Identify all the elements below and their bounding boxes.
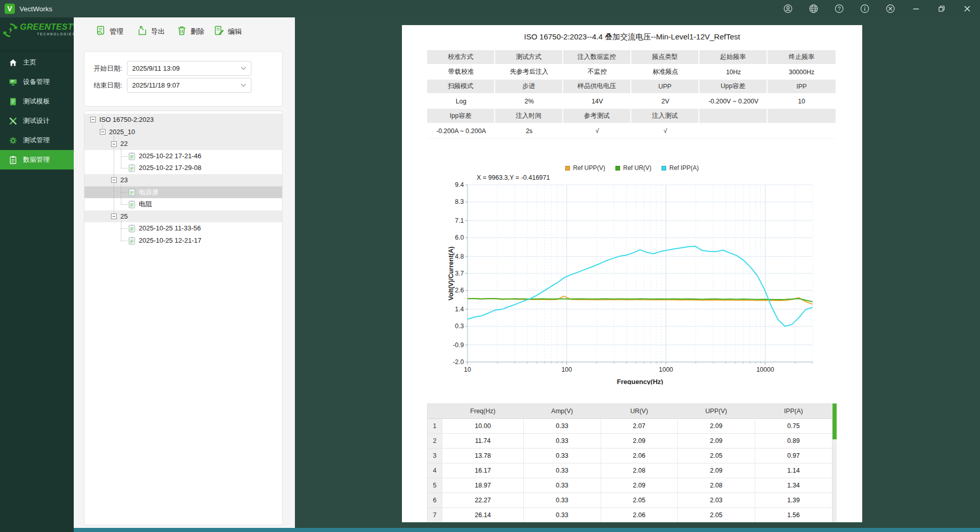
table-cell: 2.09 [678, 463, 755, 478]
network-icon[interactable] [801, 0, 826, 17]
param-cell: 标准频点 [631, 65, 699, 80]
table-scrollbar[interactable] [833, 403, 837, 522]
param-cell: 参考测试 [563, 109, 631, 124]
table-header-cell: UR(V) [601, 404, 678, 419]
sidebar-item-home[interactable]: 主页 [0, 53, 74, 72]
manage-button[interactable]: 管理 [95, 25, 123, 38]
svg-text:3.7: 3.7 [455, 270, 464, 277]
frequency-response-chart[interactable]: 9.48.37.16.04.83.72.61.40.3-0.9-2.010100… [447, 180, 818, 385]
svg-text:10000: 10000 [756, 366, 774, 373]
chevron-down-icon[interactable] [241, 67, 246, 70]
tree-item-label: 2025_10 [109, 126, 135, 138]
param-cell: 10Hz [699, 65, 768, 80]
brand: GREENTEST® TECHNOLOGIES [0, 17, 74, 51]
param-cell: 注入数据监控 [563, 50, 631, 65]
param-cell: 样品供电电压 [563, 80, 631, 95]
svg-text:8.3: 8.3 [455, 198, 464, 205]
table-header-row: Freq(Hz)Amp(V)UR(V)UPP(V)IPP(A) [428, 404, 832, 419]
table-cell: 0.33 [524, 508, 601, 522]
tree-item[interactable]: ISO 16750-2:2023 [84, 114, 282, 126]
tree-connector [121, 156, 127, 157]
legend-item: Ref IPP(A) [662, 164, 698, 172]
end-date-picker[interactable] [127, 78, 251, 93]
tree-expand-toggle[interactable] [90, 117, 96, 122]
table-scrollbar-thumb[interactable] [833, 403, 837, 439]
param-row: 带载校准先参考后注入不监控标准频点10Hz30000Hz [427, 65, 836, 80]
table-cell: 2.08 [678, 478, 755, 493]
chevron-down-icon[interactable] [241, 83, 246, 87]
toolbar-button-label: 导出 [151, 27, 165, 36]
table-cell: 1.34 [755, 478, 833, 493]
svg-text:7.1: 7.1 [455, 217, 464, 224]
svg-text:10: 10 [464, 366, 471, 373]
table-cell: 2 [428, 434, 442, 449]
info-icon[interactable] [852, 0, 878, 17]
svg-text:6.0: 6.0 [455, 234, 464, 241]
sidebar-item-device[interactable]: 设备管理 [0, 72, 74, 92]
table-cell: 11.74 [442, 434, 524, 449]
table-header-cell: Freq(Hz) [442, 404, 524, 419]
clipboard-icon [9, 156, 17, 164]
table-cell: 1.56 [755, 508, 833, 522]
home-icon [9, 58, 17, 67]
bottom-strip [74, 528, 980, 532]
close-icon[interactable] [954, 0, 980, 17]
tree-connector [121, 148, 121, 168]
sidebar-nav: 主页设备管理测试模板测试设计测试管理数据管理 [0, 53, 74, 169]
start-date-picker[interactable] [127, 61, 251, 76]
parameter-table: 校准方式测试方式注入数据监控频点类型起始频率终止频率带载校准先参考后注入不监控标… [427, 50, 836, 139]
table-cell: 10.00 [442, 419, 524, 434]
sidebar-item-manage[interactable]: 测试管理 [0, 131, 74, 150]
delete-button[interactable]: 删除 [176, 25, 204, 38]
svg-text:1.4: 1.4 [455, 306, 464, 313]
tree-item-label: 22 [120, 138, 127, 150]
sidebar-item-design[interactable]: 测试设计 [0, 111, 74, 131]
date-filter-card: 开始日期: 结束日期: [84, 51, 283, 107]
template-icon [9, 97, 17, 106]
tree-item[interactable]: 2025-10-25 11-33-56 [84, 222, 282, 235]
table-cell: 0.33 [524, 449, 601, 463]
param-row: 扫频模式步进样品供电电压UPPUpp容差IPP [427, 80, 836, 95]
sidebar-item-template[interactable]: 测试模板 [0, 92, 74, 111]
user-icon[interactable] [775, 0, 801, 17]
sidebar-item-data[interactable]: 数据管理 [0, 150, 74, 169]
param-cell [768, 109, 836, 124]
end-date-input[interactable] [127, 81, 241, 90]
tree-connector [121, 204, 127, 205]
toolbar-button-label: 编辑 [228, 27, 242, 36]
table-cell: 2.03 [678, 493, 755, 508]
manage-icon [95, 25, 106, 38]
param-cell: -0.200A ~ 0.200A [427, 124, 495, 139]
svg-text:-0.9: -0.9 [453, 342, 464, 349]
table-cell: 0.89 [755, 434, 833, 449]
start-date-input[interactable] [127, 64, 241, 73]
table-cell: 0.97 [755, 449, 833, 463]
tree-expand-toggle[interactable] [111, 214, 117, 219]
report-icon [129, 237, 135, 245]
table-cell: 6 [428, 493, 442, 508]
help-icon[interactable]: ? [826, 0, 852, 17]
tree-expand-toggle[interactable] [111, 141, 117, 147]
export-icon [137, 25, 148, 38]
restore-icon[interactable] [929, 0, 954, 17]
tree-expand-toggle[interactable] [100, 129, 105, 135]
brand-tagline: TECHNOLOGIES [20, 33, 76, 36]
table-header-cell: UPP(V) [678, 404, 755, 419]
window-controls: ? [775, 0, 980, 17]
tools-icon[interactable] [878, 0, 903, 17]
param-cell: 测试方式 [495, 50, 563, 65]
param-row: Log2%14V2V-0.200V ~ 0.200V10 [427, 94, 836, 109]
export-button[interactable]: 导出 [137, 25, 165, 38]
table-row: 726.140.332.062.051.56 [428, 508, 832, 522]
table-cell: 2.09 [678, 419, 755, 434]
svg-text:Volt(V)/Current(A): Volt(V)/Current(A) [448, 246, 455, 300]
device-icon [9, 78, 17, 87]
minimize-icon[interactable] [903, 0, 929, 17]
tree-connector [121, 221, 121, 241]
edit-button[interactable]: 编辑 [214, 25, 242, 38]
tree-item-label: 2025-10-25 12-21-17 [139, 235, 201, 247]
param-cell: 起始频率 [699, 50, 768, 65]
tree-expand-toggle[interactable] [111, 177, 117, 183]
tree-item-label: 25 [120, 210, 127, 223]
tree-item[interactable]: 2025-10-25 12-21-17 [84, 235, 282, 247]
